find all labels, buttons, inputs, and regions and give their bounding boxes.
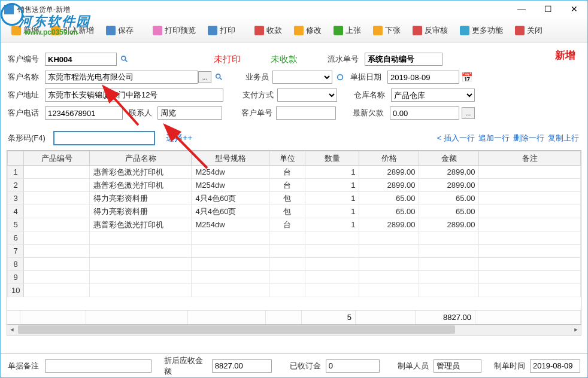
col-product-code[interactable]: 产品编号: [24, 151, 90, 166]
col-spec[interactable]: 型号规格: [192, 151, 269, 166]
contact-label: 联系人: [129, 108, 157, 118]
serial-input[interactable]: [365, 53, 442, 66]
serial-label: 流水单号: [328, 54, 365, 65]
maker-label: 制单人员: [398, 361, 430, 371]
latest-debt-browse-button[interactable]: ...: [462, 107, 475, 119]
svg-point-2: [216, 74, 220, 78]
main-toolbar: 新增 引入新增 保存 打印预览 打印 收款 修改 上张 下张 反审核 更多功能 …: [1, 19, 587, 42]
minimize-button[interactable]: ―: [508, 1, 535, 17]
footer-bar: 单据备注 折后应收金额 已收订金 制单人员 制单时间: [1, 353, 587, 377]
close-button[interactable]: 关闭: [510, 23, 547, 38]
date-input[interactable]: [387, 71, 459, 84]
insert-row-link[interactable]: < 插入一行: [437, 133, 475, 144]
append-row-link[interactable]: 追加一行: [478, 133, 510, 144]
modify-button[interactable]: 修改: [289, 23, 326, 38]
latest-debt-label: 最新欠款: [353, 108, 390, 118]
col-price[interactable]: 价格: [359, 151, 419, 166]
unprinted-status: 未打印: [214, 54, 241, 65]
customer-tel-label: 客户电话: [8, 108, 45, 118]
table-row[interactable]: 4 得力亮彩资料册 4只4色60页 包 1 65.00 65.00: [8, 205, 581, 218]
maximize-button[interactable]: ☐: [535, 1, 561, 17]
salesman-label: 业务员: [238, 72, 269, 83]
prev-button[interactable]: 上张: [329, 23, 366, 38]
col-remark[interactable]: 备注: [479, 151, 581, 166]
col-qty[interactable]: 数量: [305, 151, 359, 166]
window-title: 销售送货单-新增: [17, 5, 70, 15]
row-operations: < 插入一行 追加一行 删除一行 复制上行: [437, 133, 579, 144]
receive-button[interactable]: 收款: [250, 23, 287, 38]
horizontal-scrollbar[interactable]: ◄ ►: [7, 325, 581, 336]
discount-label: 折后应收金额: [164, 355, 208, 377]
window-titlebar: 销售送货单-新增 ― ☐ ✕: [1, 1, 587, 19]
pay-select[interactable]: [277, 89, 337, 102]
date-label: 单据日期: [350, 72, 387, 83]
cust-order-input[interactable]: [276, 106, 336, 120]
customer-addr-input[interactable]: [45, 89, 223, 102]
table-row[interactable]: 5 惠普彩色激光打印机 M254dw 台 1 2899.00 2899.00: [8, 218, 581, 231]
save-button[interactable]: 保存: [101, 23, 138, 38]
select-link[interactable]: 选择++: [166, 133, 192, 144]
salesman-refresh-icon[interactable]: [335, 71, 345, 83]
col-product-name[interactable]: 产品名称: [90, 151, 192, 166]
unaudit-button[interactable]: 反审核: [408, 23, 453, 38]
next-button[interactable]: 下张: [368, 23, 405, 38]
discount-input[interactable]: [212, 359, 272, 373]
print-preview-button[interactable]: 打印预览: [148, 23, 201, 38]
customer-code-input[interactable]: [45, 53, 117, 66]
delete-row-link[interactable]: 删除一行: [513, 133, 544, 144]
calendar-icon[interactable]: 📅: [462, 71, 472, 83]
maker-input[interactable]: [434, 359, 481, 373]
more-button[interactable]: 更多功能: [455, 23, 508, 38]
contact-input[interactable]: [157, 106, 222, 120]
table-row[interactable]: 8: [8, 258, 581, 271]
remark-label: 单据备注: [8, 361, 41, 371]
total-amount: 8827.00: [416, 310, 475, 324]
new-button[interactable]: 新增: [7, 23, 44, 38]
table-row[interactable]: 6: [8, 231, 581, 245]
detail-grid[interactable]: 产品编号 产品名称 型号规格 单位 数量 价格 金额 备注 1 惠普彩色激光打印…: [7, 150, 581, 310]
header-form: 新增 客户编号 未打印 未收款 流水单号 客户名称 ... 业务员 单据日期 📅…: [1, 42, 587, 129]
table-row[interactable]: 9: [8, 271, 581, 284]
col-unit[interactable]: 单位: [269, 151, 305, 166]
warehouse-label: 仓库名称: [354, 90, 391, 100]
cust-order-label: 客户单号: [237, 108, 272, 118]
total-qty: 5: [302, 310, 356, 324]
warehouse-select[interactable]: 产品仓库: [391, 89, 475, 102]
table-row[interactable]: 2 惠普彩色激光打印机 M254dw 台 1 2899.00 2899.00: [8, 179, 581, 192]
svg-point-0: [122, 56, 126, 60]
table-row[interactable]: 10: [8, 284, 581, 297]
table-row[interactable]: 1 惠普彩色激光打印机 M254dw 台 1 2899.00 2899.00: [8, 166, 581, 179]
col-amount[interactable]: 金额: [419, 151, 479, 166]
make-time-input[interactable]: [530, 359, 580, 373]
unpaid-status: 未收款: [271, 54, 298, 65]
barcode-row: 条形码(F4) 选择++ < 插入一行 追加一行 删除一行 复制上行: [1, 129, 587, 148]
print-button[interactable]: 打印: [203, 23, 240, 38]
customer-name-label: 客户名称: [8, 72, 45, 83]
salesman-select[interactable]: [272, 71, 332, 84]
svg-point-4: [338, 75, 343, 80]
svg-line-3: [220, 78, 222, 80]
customer-code-label: 客户编号: [8, 54, 45, 65]
window-close-button[interactable]: ✕: [561, 1, 587, 17]
customer-code-lookup-icon[interactable]: [119, 53, 130, 65]
app-icon: [4, 5, 14, 14]
customer-tel-input[interactable]: [45, 106, 123, 120]
copy-row-link[interactable]: 复制上行: [548, 133, 579, 144]
barcode-input[interactable]: [53, 131, 155, 145]
table-row[interactable]: 3 得力亮彩资料册 4只4色60页 包 1 65.00 65.00: [8, 192, 581, 205]
customer-name-input[interactable]: [45, 71, 198, 84]
mode-badge: 新增: [555, 48, 575, 62]
svg-line-1: [125, 60, 128, 62]
deposit-input[interactable]: [326, 359, 380, 373]
make-time-label: 制单时间: [494, 361, 526, 371]
import-new-button[interactable]: 引入新增: [46, 23, 99, 38]
barcode-label: 条形码(F4): [8, 133, 51, 144]
latest-debt-input[interactable]: [390, 106, 459, 120]
customer-name-lookup-icon[interactable]: [214, 71, 225, 83]
remark-input[interactable]: [45, 359, 151, 373]
customer-addr-label: 客户地址: [8, 90, 45, 100]
table-row[interactable]: 7: [8, 245, 581, 258]
customer-name-browse-button[interactable]: ...: [198, 71, 211, 83]
deposit-label: 已收订金: [290, 361, 322, 371]
pay-label: 支付方式: [238, 90, 274, 100]
